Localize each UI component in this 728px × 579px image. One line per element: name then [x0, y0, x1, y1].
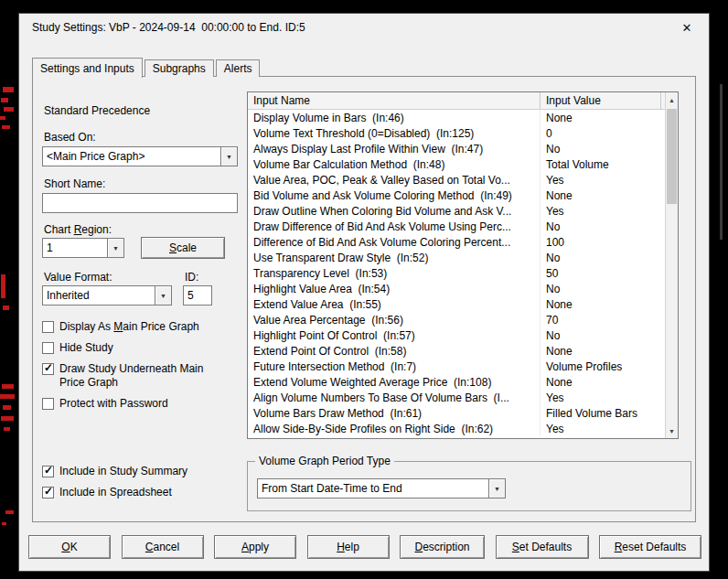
bottom-button-row: OKCancelApplyHelpDescriptionSet Defaults… [28, 535, 701, 559]
table-row[interactable]: Draw Outline When Coloring Bid Volume an… [248, 203, 665, 219]
checkbox-label: Protect with Password [59, 397, 168, 411]
scale-button[interactable]: Scale [141, 237, 225, 259]
table-row[interactable]: Highlight Point Of Control (In:57)No [248, 327, 665, 343]
checkbox-box[interactable] [42, 398, 54, 410]
checkbox-box[interactable]: ✓ [42, 363, 54, 375]
tab-alerts[interactable]: Alerts [216, 59, 261, 77]
input-name-cell: Highlight Value Area (In:54) [248, 281, 541, 296]
checkbox-box[interactable] [42, 342, 54, 354]
dropdown-arrow-icon[interactable]: ▼ [220, 147, 237, 166]
column-header-input-name[interactable]: Input Name [248, 92, 541, 109]
input-value-cell: 70 [541, 314, 665, 327]
checkbox-box[interactable]: ✓ [42, 487, 54, 499]
input-name-cell: Highlight Point Of Control (In:57) [248, 327, 541, 343]
background-chart-mark [1, 98, 8, 102]
tab-settings-and-inputs[interactable]: Settings and Inputs [32, 58, 143, 78]
checkbox-box[interactable] [42, 321, 54, 333]
reset-defaults-button[interactable]: Reset Defaults [599, 535, 701, 559]
input-value-cell: No [541, 143, 665, 155]
id-input[interactable] [183, 285, 212, 306]
close-button[interactable]: ✕ [674, 17, 700, 38]
dropdown-arrow-icon[interactable]: ▼ [488, 479, 505, 498]
scroll-up-icon[interactable]: ▲ [666, 92, 678, 107]
table-row[interactable]: Value Area Percentage (In:56)70 [248, 312, 665, 327]
input-name-cell: Transparency Level (In:53) [248, 265, 541, 281]
checkbox-box[interactable]: ✓ [42, 466, 54, 477]
checkbox-include-in-study-summary[interactable]: ✓Include in Study Summary [42, 465, 225, 478]
table-row[interactable]: Future Intersection Method (In:7)Volume … [248, 359, 665, 374]
background-chart-mark [0, 116, 5, 120]
column-header-input-value[interactable]: Input Value [541, 92, 661, 109]
dropdown-arrow-icon[interactable]: ▼ [155, 286, 171, 305]
input-name-cell: Draw Outline When Coloring Bid Volume an… [248, 203, 541, 219]
checkbox-include-in-spreadsheet[interactable]: ✓Include in Spreadsheet [42, 486, 225, 499]
input-name-cell: Draw Difference of Bid And Ask Volume Us… [248, 219, 541, 234]
chart-region-value: 1 [43, 241, 107, 254]
scrollbar-thumb[interactable] [667, 109, 677, 204]
check-icon: ✓ [44, 464, 53, 477]
table-row[interactable]: Display Volume in Bars (In:46)None [248, 110, 665, 125]
input-name-cell: Always Display Last Profile Within View … [248, 141, 541, 156]
input-value-cell: None [541, 298, 665, 311]
table-scrollbar[interactable]: ▲ ▼ [665, 92, 678, 438]
input-name-cell: Future Intersection Method (In:7) [248, 359, 541, 374]
based-on-dropdown[interactable]: <Main Price Graph> ▼ [42, 146, 238, 166]
table-row[interactable]: Always Display Last Profile Within View … [248, 141, 665, 156]
input-name-cell: Display Volume in Bars (In:46) [248, 110, 541, 125]
table-row[interactable]: Difference of Bid And Ask Volume Colorin… [248, 234, 665, 250]
short-name-input[interactable] [42, 193, 238, 213]
table-row[interactable]: Volume Bars Draw Method (In:61)Filled Vo… [248, 405, 665, 421]
input-name-cell: Difference of Bid And Ask Volume Colorin… [248, 234, 541, 250]
checkbox-display-as-main-price-graph[interactable]: Display As Main Price Graph [42, 320, 225, 334]
id-label: ID: [185, 271, 198, 284]
table-row[interactable]: Extend Value Area (In:55)None [248, 296, 665, 312]
volume-graph-period-title: Volume Graph Period Type [255, 455, 394, 467]
table-row[interactable]: Volume Bar Calculation Method (In:48)Tot… [248, 156, 665, 172]
set-defaults-button[interactable]: Set Defaults [496, 535, 589, 559]
table-row[interactable]: Value Area, POC, Peak & Valley Based on … [248, 172, 665, 188]
table-row[interactable]: Volume Text Threshold (0=Disabled) (In:1… [248, 125, 665, 141]
table-row[interactable]: Bid Volume and Ask Volume Coloring Metho… [248, 188, 665, 203]
check-icon: ✓ [44, 485, 53, 498]
table-row[interactable]: Transparency Level (In:53)50 [248, 265, 665, 281]
dropdown-arrow-icon[interactable]: ▼ [107, 239, 123, 257]
title-bar: Study Settings: VbP - 2024-09-14 00:00:0… [19, 14, 709, 41]
settings-tab-page: Standard Precedence Based On: <Main Pric… [32, 76, 696, 522]
checkbox-hide-study[interactable]: Hide Study [42, 341, 225, 355]
background-chart-mark [4, 107, 14, 112]
chart-region-label: Chart Region: [44, 223, 112, 236]
input-name-cell: Volume Text Threshold (0=Disabled) (In:1… [248, 125, 541, 141]
table-row[interactable]: Extend Point Of Control (In:58)None [248, 343, 665, 359]
inputs-table-header: Input Name Input Value [248, 92, 665, 110]
input-value-cell: None [541, 189, 665, 202]
window-title: Study Settings: VbP - 2024-09-14 00:00:0… [32, 21, 674, 34]
scroll-down-icon[interactable]: ▼ [666, 424, 678, 438]
value-format-dropdown[interactable]: Inherited ▼ [42, 285, 172, 306]
description-button[interactable]: Description [400, 535, 485, 559]
main-checkboxes: Display As Main Price GraphHide Study✓Dr… [42, 320, 225, 411]
table-row[interactable]: Highlight Value Area (In:54)No [248, 281, 665, 296]
table-row[interactable]: Allow Side-By-Side Profiles on Right Sid… [248, 421, 665, 436]
table-row[interactable]: Align Volume Numbers To Base Of Volume B… [248, 390, 665, 405]
input-value-cell: Yes [541, 391, 665, 404]
cancel-button[interactable]: Cancel [122, 535, 204, 559]
help-button[interactable]: Help [307, 535, 390, 559]
input-value-cell: Yes [541, 205, 665, 218]
input-name-cell: Bid Volume and Ask Volume Coloring Metho… [248, 188, 541, 203]
table-row[interactable]: Extend Volume Weighted Average Price (In… [248, 374, 665, 390]
checkbox-protect-with-password[interactable]: Protect with Password [42, 397, 225, 411]
table-row[interactable]: Draw Difference of Bid And Ask Volume Us… [248, 219, 665, 234]
ok-button[interactable]: OK [28, 535, 111, 559]
input-name-cell: Extend Volume Weighted Average Price (In… [248, 374, 541, 390]
inputs-table: Input Name Input Value Display Volume in… [247, 91, 679, 439]
input-value-cell: 100 [541, 236, 665, 249]
apply-button[interactable]: Apply [214, 535, 296, 559]
input-value-cell: Total Volume [541, 158, 665, 171]
period-type-dropdown[interactable]: From Start Date-Time to End ▼ [257, 478, 506, 499]
checkbox-draw-study-underneath-main-price-graph[interactable]: ✓Draw Study Underneath Main Price Graph [42, 362, 225, 390]
table-row[interactable]: Use Transparent Draw Style (In:52)No [248, 250, 665, 265]
checkbox-label: Display As Main Price Graph [59, 320, 199, 334]
value-format-value: Inherited [43, 289, 155, 302]
tab-subgraphs[interactable]: Subgraphs [145, 59, 214, 77]
chart-region-dropdown[interactable]: 1 ▼ [42, 238, 124, 258]
